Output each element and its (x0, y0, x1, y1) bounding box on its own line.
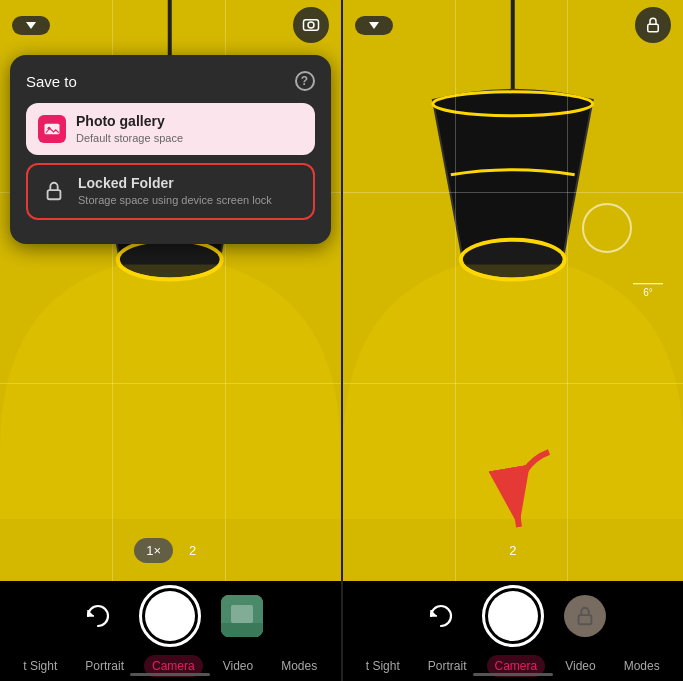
right-lamp-background: 6° (343, 0, 684, 581)
mode-modes[interactable]: Modes (273, 655, 325, 677)
svg-rect-16 (648, 24, 659, 32)
right-mode-sight[interactable]: t Sight (358, 655, 408, 677)
right-chevron-down-icon (369, 22, 379, 29)
photo-gallery-option[interactable]: Photo gallery Default storage space (26, 103, 315, 155)
right-lock-icon-btn[interactable] (635, 7, 671, 43)
locked-folder-option[interactable]: Locked Folder Storage space using device… (26, 163, 315, 219)
right-panel: 6° 2 (343, 0, 684, 681)
right-controls-row (420, 585, 606, 647)
locked-option-text: Locked Folder Storage space using device… (78, 175, 272, 207)
left-top-bar (0, 0, 341, 50)
svg-rect-18 (578, 615, 591, 624)
zoom-1x-label: 1× (146, 543, 161, 558)
right-chevron-pill[interactable] (355, 16, 393, 35)
right-zoom-2x-button[interactable]: 2 (499, 538, 526, 563)
level-text: 6° (643, 287, 653, 298)
locked-option-subtitle: Storage space using device screen lock (78, 193, 272, 207)
right-top-bar (343, 0, 684, 50)
right-lamp-svg (343, 0, 684, 519)
svg-rect-10 (221, 623, 263, 637)
left-camera-controls: t Sight Portrait Camera Video Modes (0, 581, 341, 681)
right-shutter-button[interactable] (482, 585, 544, 647)
right-mode-video[interactable]: Video (557, 655, 603, 677)
capture-mode-icon[interactable] (293, 7, 329, 43)
gallery-option-subtitle: Default storage space (76, 131, 183, 145)
lock-icon (40, 177, 68, 205)
right-camera-controls: t Sight Portrait Camera Video Modes (343, 581, 684, 681)
left-chevron-pill[interactable] (12, 16, 50, 35)
save-to-title: Save to (26, 73, 77, 90)
gallery-icon (38, 115, 66, 143)
help-icon[interactable]: ? (295, 71, 315, 91)
level-indicator: 6° (633, 283, 663, 299)
right-lock-ctrl-button[interactable] (564, 595, 606, 637)
save-to-popup: Save to ? Photo gallery Default storage … (10, 55, 331, 244)
left-panel: Save to ? Photo gallery Default storage … (0, 0, 341, 681)
shutter-inner (145, 591, 195, 641)
mode-sight[interactable]: t Sight (15, 655, 65, 677)
right-shutter-inner (488, 591, 538, 641)
svg-rect-8 (48, 190, 61, 199)
left-zoom-controls: 1× 2 (134, 538, 206, 563)
thumbnail-button[interactable] (221, 595, 263, 637)
right-viewfinder: 6° (343, 0, 684, 581)
mode-video[interactable]: Video (215, 655, 261, 677)
zoom-1x-button[interactable]: 1× (134, 538, 173, 563)
rotate-button[interactable] (77, 595, 119, 637)
chevron-down-icon (26, 22, 36, 29)
gallery-option-title: Photo gallery (76, 113, 183, 129)
focus-circle (582, 203, 632, 253)
mode-portrait[interactable]: Portrait (77, 655, 132, 677)
shutter-button[interactable] (139, 585, 201, 647)
left-controls-row (77, 585, 263, 647)
save-to-header: Save to ? (26, 71, 315, 91)
right-rotate-button[interactable] (420, 595, 462, 637)
gallery-option-text: Photo gallery Default storage space (76, 113, 183, 145)
right-zoom-2x-label: 2 (509, 543, 516, 558)
svg-point-5 (308, 22, 314, 28)
right-scroll-indicator (473, 673, 553, 676)
level-line (633, 283, 663, 285)
zoom-2x-label: 2 (189, 543, 196, 558)
left-scroll-indicator (130, 673, 210, 676)
locked-option-title: Locked Folder (78, 175, 272, 191)
right-zoom-controls: 2 (499, 538, 526, 563)
right-mode-modes[interactable]: Modes (616, 655, 668, 677)
svg-rect-11 (231, 605, 253, 623)
zoom-2x-button[interactable]: 2 (179, 538, 206, 563)
right-mode-portrait[interactable]: Portrait (420, 655, 475, 677)
